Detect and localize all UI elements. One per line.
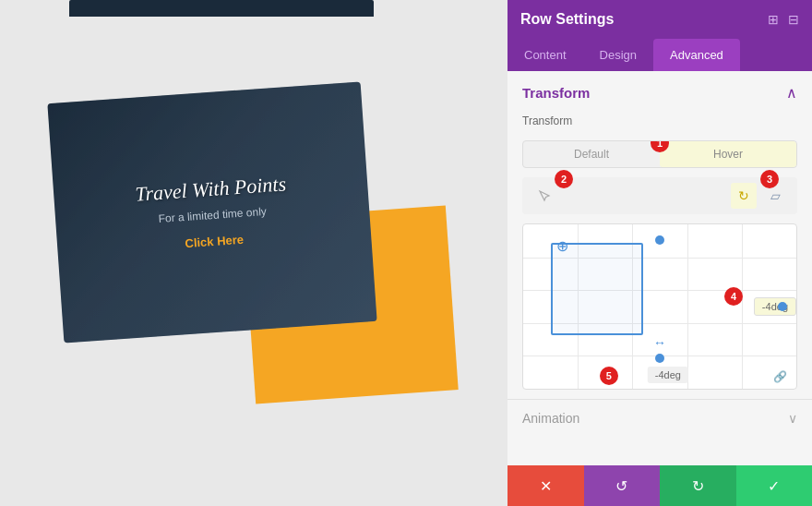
badge-2: 2 [555, 170, 573, 188]
state-btn-default[interactable]: Default [523, 141, 660, 167]
card-subtitle: For a limited time only [158, 204, 267, 224]
dot-bottom[interactable] [655, 354, 664, 363]
tab-advanced[interactable]: Advanced [653, 39, 740, 71]
panel-title: Row Settings [520, 11, 614, 28]
dot-top[interactable] [655, 235, 664, 245]
transform-section-header: Transform ∧ [508, 71, 812, 111]
tool-row: 2 ↻ ▱ 3 [522, 177, 797, 214]
dot-right[interactable] [778, 302, 787, 311]
card-link: Click Here [185, 232, 244, 249]
bottom-bar: ✕ ↺ ↻ ✓ [508, 465, 812, 506]
save-button[interactable]: ✓ [736, 465, 813, 506]
right-panel: Row Settings ⊞ ⊟ Content Design Advanced… [508, 0, 812, 506]
resize-icon: ↔ [653, 335, 666, 350]
animation-toggle-icon[interactable]: ∨ [788, 411, 797, 426]
link-icon[interactable]: 🔗 [773, 370, 787, 383]
transform-diagram: ⊕ ↔ 4 -4deg 5 -4deg 🔗 [522, 223, 797, 390]
top-bar [69, 0, 374, 17]
card-container: Travel With Points For a limited time on… [55, 92, 452, 397]
rotate-box [551, 243, 643, 335]
badge-5: 5 [600, 367, 618, 385]
deg-right-badge[interactable]: -4deg [754, 297, 796, 316]
state-btn-hover[interactable]: Hover [660, 141, 796, 167]
tab-design[interactable]: Design [583, 39, 653, 71]
panel-header: Row Settings ⊞ ⊟ [508, 0, 812, 39]
deg-bottom-badge[interactable]: -4deg [648, 367, 688, 383]
state-toggle: 1 Default Hover [522, 140, 797, 168]
tab-content[interactable]: Content [508, 39, 583, 71]
transform-toggle-icon[interactable]: ∧ [786, 84, 797, 102]
cursor-tool-icon[interactable] [531, 183, 557, 209]
tabs-bar: Content Design Advanced [508, 39, 812, 71]
move-icon: ⊕ [556, 237, 568, 255]
redo-button[interactable]: ↻ [660, 465, 736, 506]
panel-content: Transform ∧ Transform 1 Default Hover 2 … [508, 71, 812, 465]
rotate-tool-icon[interactable]: ↻ [731, 183, 757, 209]
cancel-button[interactable]: ✕ [508, 465, 584, 506]
transform-label: Transform [508, 111, 812, 135]
grid-icon[interactable]: ⊟ [788, 12, 799, 27]
transform-section-title: Transform [522, 85, 590, 101]
card-title: Travel With Points [135, 172, 287, 206]
expand-icon[interactable]: ⊞ [768, 12, 779, 27]
header-icons: ⊞ ⊟ [768, 12, 799, 27]
badge-3: 3 [760, 170, 779, 188]
badge-4: 4 [724, 287, 743, 306]
dark-card: Travel With Points For a limited time on… [47, 81, 376, 343]
undo-button[interactable]: ↺ [584, 465, 661, 506]
left-panel: Travel With Points For a limited time on… [0, 0, 508, 506]
animation-section: Animation ∨ [508, 399, 812, 437]
animation-title: Animation [522, 411, 579, 426]
